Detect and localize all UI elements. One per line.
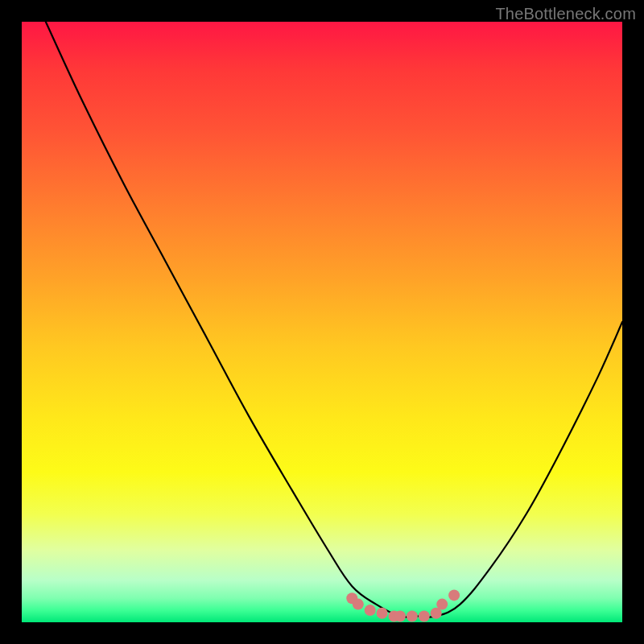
chart-svg <box>22 22 622 622</box>
optimal-dot <box>353 599 364 610</box>
optimal-dot <box>448 589 460 601</box>
optimal-dot <box>419 611 430 622</box>
optimal-dot <box>436 599 448 610</box>
optimal-dot <box>365 605 376 616</box>
optimal-dot <box>394 611 406 622</box>
optimal-dot <box>377 608 388 619</box>
chart-plot-area <box>22 22 622 622</box>
optimal-dot <box>407 611 418 622</box>
optimal-dots-group <box>346 589 460 621</box>
watermark-text: TheBottleneck.com <box>495 5 636 23</box>
bottleneck-curve <box>46 22 622 617</box>
